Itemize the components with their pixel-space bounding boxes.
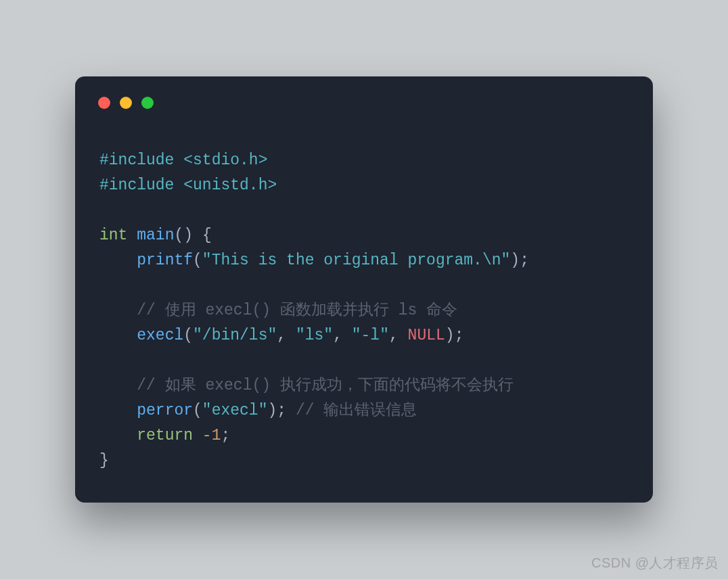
code-line: // 如果 execl() 执行成功，下面的代码将不会执行 <box>99 377 514 394</box>
code-line: printf("This is the original program.\n"… <box>99 252 529 269</box>
watermark: CSDN @人才程序员 <box>591 554 719 572</box>
code-line: int main() { <box>99 227 212 244</box>
code-line: } <box>99 452 109 469</box>
maximize-icon[interactable] <box>141 97 154 109</box>
close-icon[interactable] <box>98 97 110 109</box>
code-line: perror("execl"); // 输出错误信息 <box>99 402 417 419</box>
traffic-lights <box>98 97 154 109</box>
minimize-icon[interactable] <box>120 97 132 109</box>
code-line: return -1; <box>99 427 230 444</box>
code-block: #include <stdio.h> #include <unistd.h> i… <box>99 148 634 473</box>
code-line: execl("/bin/ls", "ls", "-l", NULL); <box>99 327 463 344</box>
code-line: // 使用 execl() 函数加载并执行 ls 命令 <box>99 302 457 319</box>
code-window: #include <stdio.h> #include <unistd.h> i… <box>75 76 653 503</box>
code-line: #include <stdio.h> <box>99 152 267 169</box>
code-line: #include <unistd.h> <box>99 177 277 194</box>
